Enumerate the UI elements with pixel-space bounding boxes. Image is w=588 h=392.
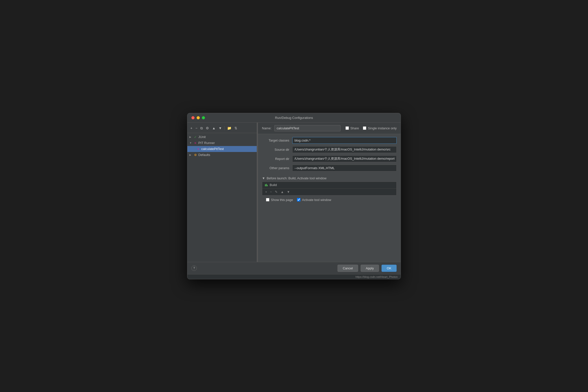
launch-toolbar: + − ✎ ▲ ▼ <box>262 188 396 195</box>
traffic-lights <box>191 116 205 120</box>
ok-button[interactable]: OK <box>381 265 397 272</box>
share-label: Share <box>350 126 359 130</box>
before-launch-header[interactable]: ▼ Before launch: Build, Activate tool wi… <box>262 176 397 180</box>
close-button[interactable] <box>191 116 195 120</box>
source-dir-label: Source dir <box>262 148 289 152</box>
share-area: Share Single instance only <box>345 126 397 130</box>
report-dir-input[interactable] <box>292 156 397 162</box>
settings-button[interactable]: ⚙ <box>205 126 210 130</box>
build-label: Build <box>270 183 277 187</box>
sidebar-item-label: Defaults <box>198 153 210 157</box>
form-area: Target classes Source dir Report dir Oth… <box>258 134 401 174</box>
collapse-icon: ▼ <box>262 176 265 180</box>
defaults-icon: ⚙ <box>193 153 197 157</box>
title-bar: Run/Debug Configurations <box>187 113 401 122</box>
show-page-text: Show this page <box>271 198 293 202</box>
arrow-icon: ▶ <box>189 154 192 156</box>
show-page-label[interactable]: Show this page <box>266 198 293 202</box>
target-classes-label: Target classes <box>262 138 289 142</box>
sidebar-item-defaults[interactable]: ▶ ⚙ Defaults <box>187 152 257 158</box>
svg-rect-2 <box>267 185 268 186</box>
help-button[interactable]: ? <box>191 266 197 271</box>
window-title: Run/Debug Configurations <box>275 116 313 120</box>
separator <box>224 126 225 130</box>
remove-config-button[interactable]: − <box>194 126 198 130</box>
source-dir-input[interactable] <box>292 146 397 153</box>
other-params-row: Other params <box>262 165 397 172</box>
activate-tool-text: Activate tool window <box>302 198 331 202</box>
single-instance-label: Single instance only <box>368 126 397 130</box>
activate-tool-label[interactable]: Activate tool window <box>297 198 331 202</box>
activate-tool-checkbox[interactable] <box>297 198 300 202</box>
status-url: https://blog.csdn.net/Heart_Photon <box>356 275 398 278</box>
apply-button[interactable]: Apply <box>361 265 379 272</box>
launch-down-button[interactable]: ▼ <box>286 190 291 194</box>
sidebar: + − ⧉ ⚙ ▲ ▼ 📁 ⇅ ▶ ✓ JUnit ▼ ≈ PIT Runner <box>187 122 257 262</box>
launch-up-button[interactable]: ▲ <box>280 190 285 194</box>
other-params-label: Other params <box>262 166 289 170</box>
sort-button[interactable]: ⇅ <box>233 126 238 130</box>
sidebar-toolbar: + − ⧉ ⚙ ▲ ▼ 📁 ⇅ <box>187 124 257 133</box>
folder-button[interactable]: 📁 <box>226 126 232 130</box>
move-up-button[interactable]: ▲ <box>211 126 217 130</box>
footer-right: Cancel Apply OK <box>337 265 397 272</box>
sidebar-item-calculate-pit-test[interactable]: ≈ calculatePitTest <box>187 146 257 152</box>
pit-runner-icon: ≈ <box>193 141 197 145</box>
single-instance-checkbox-label[interactable]: Single instance only <box>363 126 397 130</box>
config-header: Name: Share Single instance only <box>258 122 401 134</box>
add-config-button[interactable]: + <box>189 126 193 130</box>
junit-icon: ✓ <box>193 135 197 139</box>
single-instance-checkbox[interactable] <box>363 126 366 130</box>
svg-rect-1 <box>266 184 267 186</box>
share-checkbox-label[interactable]: Share <box>345 126 359 130</box>
sidebar-item-label: JUnit <box>198 135 206 139</box>
share-checkbox[interactable] <box>345 126 349 130</box>
build-icon <box>264 183 268 187</box>
before-launch-title: Before launch: Build, Activate tool wind… <box>267 176 326 180</box>
show-page-checkbox[interactable] <box>266 198 270 202</box>
footer-left: ? <box>191 266 197 271</box>
minimize-button[interactable] <box>197 116 200 120</box>
launch-edit-button[interactable]: ✎ <box>274 190 279 194</box>
sidebar-item-junit[interactable]: ▶ ✓ JUnit <box>187 134 257 140</box>
name-label: Name: <box>262 126 271 130</box>
main-content: + − ⧉ ⚙ ▲ ▼ 📁 ⇅ ▶ ✓ JUnit ▼ ≈ PIT Runner <box>187 122 401 262</box>
before-launch-content: Build + − ✎ ▲ ▼ <box>262 182 397 196</box>
maximize-button[interactable] <box>202 116 205 120</box>
svg-rect-0 <box>265 184 266 186</box>
sidebar-item-label: calculatePitTest <box>201 147 224 151</box>
report-dir-label: Report dir <box>262 157 289 161</box>
name-input[interactable] <box>274 125 340 131</box>
cancel-button[interactable]: Cancel <box>337 265 358 272</box>
options-row: Show this page Activate tool window <box>262 197 397 203</box>
sidebar-item-label: PIT Runner <box>198 141 215 145</box>
source-dir-row: Source dir <box>262 146 397 153</box>
right-panel: Name: Share Single instance only Targe <box>258 122 401 262</box>
report-dir-row: Report dir <box>262 156 397 162</box>
copy-config-button[interactable]: ⧉ <box>199 126 204 131</box>
build-item[interactable]: Build <box>262 182 396 188</box>
launch-remove-button[interactable]: − <box>269 190 273 194</box>
main-window: Run/Debug Configurations + − ⧉ ⚙ ▲ ▼ 📁 ⇅… <box>187 113 401 279</box>
before-launch-section: ▼ Before launch: Build, Activate tool wi… <box>258 174 401 205</box>
pit-sub-icon: ≈ <box>196 147 200 151</box>
status-bar: https://blog.csdn.net/Heart_Photon <box>187 274 401 279</box>
launch-add-button[interactable]: + <box>264 190 268 194</box>
arrow-icon: ▶ <box>189 136 192 138</box>
arrow-expanded-icon: ▼ <box>189 142 192 144</box>
target-classes-input[interactable] <box>292 137 397 144</box>
target-classes-row: Target classes <box>262 137 397 144</box>
move-down-button[interactable]: ▼ <box>218 126 223 130</box>
other-params-input[interactable] <box>292 165 397 172</box>
sidebar-item-pit-runner[interactable]: ▼ ≈ PIT Runner <box>187 140 257 146</box>
footer: ? Cancel Apply OK <box>187 262 401 274</box>
